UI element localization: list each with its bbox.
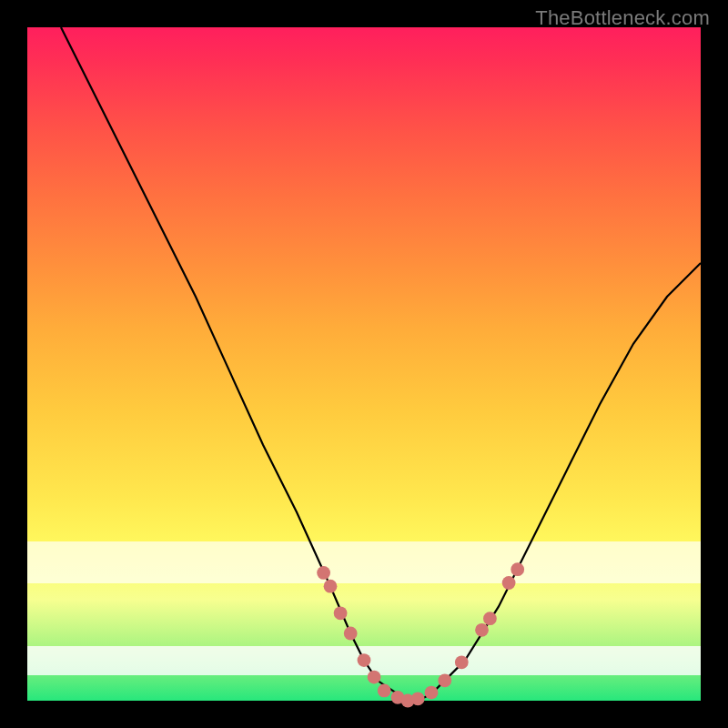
curve-marker <box>438 673 451 687</box>
curve-marker <box>324 580 338 593</box>
plot-area <box>27 27 701 701</box>
curve-marker <box>455 655 469 669</box>
watermark-text: TheBottleneck.com <box>535 6 710 30</box>
chart-frame: TheBottleneck.com <box>0 0 728 728</box>
marker-group <box>317 562 524 707</box>
curve-marker <box>502 576 516 590</box>
chart-svg <box>27 27 701 701</box>
bottleneck-curve <box>61 27 701 701</box>
curve-marker <box>511 562 524 576</box>
curve-marker <box>344 627 358 641</box>
curve-marker <box>358 653 371 667</box>
curve-marker <box>378 684 391 698</box>
curve-marker <box>368 671 381 684</box>
curve-marker <box>475 623 489 637</box>
curve-marker <box>411 692 425 705</box>
curve-marker <box>317 566 330 580</box>
curve-marker <box>483 612 497 625</box>
curve-marker <box>425 686 439 700</box>
curve-marker <box>334 606 348 620</box>
